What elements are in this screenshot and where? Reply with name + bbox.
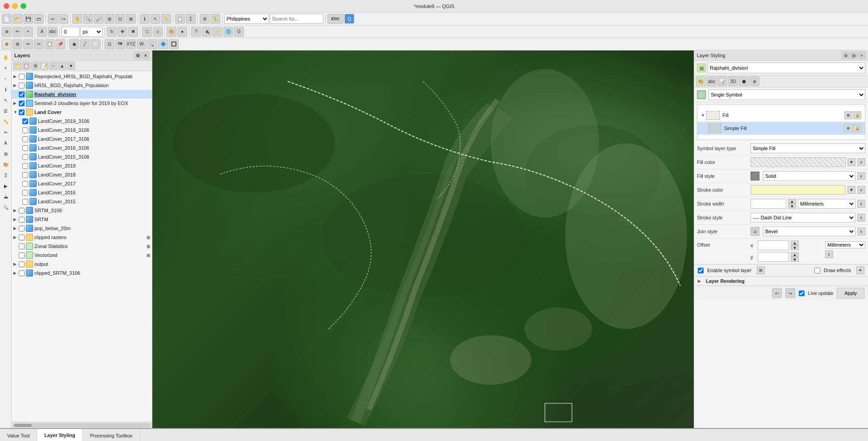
georef-icon[interactable]: ⊡ — [105, 39, 114, 49]
fill-color-expr-icon[interactable]: ε — [857, 158, 865, 166]
close-button[interactable] — [4, 3, 9, 9]
add-line-icon[interactable]: ╱ — [80, 39, 90, 49]
layer-item[interactable]: LandCover_2015 — [21, 197, 152, 206]
style-label-icon[interactable]: abc — [707, 76, 717, 86]
color-icon[interactable]: ● — [177, 27, 187, 37]
wms-icon[interactable]: W — [137, 39, 147, 49]
annotation-icon[interactable]: abc — [48, 27, 58, 37]
qgis-icon[interactable]: Q — [344, 14, 354, 24]
web-icon[interactable]: 🌐 — [223, 27, 233, 37]
style-lock-icon[interactable]: 🔒 — [853, 111, 861, 119]
edc-icon[interactable]: EDC — [327, 14, 344, 24]
paste-icon[interactable]: 📌 — [55, 39, 65, 49]
identify-tool[interactable]: ℹ — [1, 84, 11, 94]
save-project-icon[interactable]: 💾 — [23, 14, 33, 24]
layer-checkbox[interactable] — [19, 244, 25, 249]
zoom-out-icon[interactable]: 🔎 — [94, 14, 104, 24]
layer-checkbox[interactable] — [19, 217, 25, 223]
snapping-icon[interactable]: ⊕ — [2, 39, 12, 49]
layer-visibility-icon[interactable]: ⊞ — [147, 244, 150, 249]
y-offset-input[interactable]: 0.000000 — [758, 252, 789, 262]
maximize-button[interactable] — [21, 3, 26, 9]
form-tool[interactable]: ⊞ — [1, 149, 11, 159]
layer-item[interactable]: LandCover_2018_3106 — [21, 126, 152, 134]
layer-item[interactable]: LandCover_2018 — [21, 170, 152, 179]
redo-icon[interactable]: ↪ — [59, 14, 68, 24]
layer-checkbox[interactable] — [22, 154, 28, 160]
processing-icon[interactable]: ⚙ — [200, 14, 210, 24]
layer-item[interactable]: ▶ SRTM — [12, 215, 152, 224]
layer-item[interactable]: ▶ Sentinel-2 cloudless layer for 2019 by… — [12, 99, 152, 108]
layer-checkbox[interactable] — [19, 226, 25, 231]
cut-icon[interactable]: ✂ — [34, 39, 44, 49]
digitize-icon[interactable]: ✏ — [13, 27, 22, 37]
offset-unit-dropdown[interactable]: Millimeters Pixels — [825, 241, 865, 248]
zoom-layer-icon[interactable]: ⊡ — [115, 14, 125, 24]
fill-style-expr-icon[interactable]: ε — [857, 172, 865, 180]
edit-icon[interactable]: ✏ — [23, 39, 33, 49]
measure-icon[interactable]: 📏 — [161, 14, 171, 24]
style-option-icon[interactable]: ⊕ — [844, 111, 852, 119]
plugins2-icon[interactable]: ⚡ — [213, 27, 222, 37]
xyz-icon[interactable]: XYZ — [126, 39, 136, 49]
layer-item[interactable]: Vectorized ⊞ — [12, 251, 152, 260]
fill-color-options-icon[interactable]: ▼ — [847, 158, 855, 166]
layer-checkbox[interactable] — [19, 208, 25, 214]
field-calc-icon[interactable]: Σ — [186, 14, 196, 24]
stroke-width-expr-icon[interactable]: ε — [857, 200, 865, 208]
layer-item[interactable]: ▶ clipped_SRTM_3106 — [12, 269, 152, 277]
stroke-width-input[interactable]: 0.460000 — [751, 199, 786, 209]
layer-item[interactable]: ▶ Reprojected_HRSL_BGD_Rajshahi_Populati — [12, 72, 152, 81]
expand-arrow[interactable]: ▶ — [13, 101, 19, 105]
layer-checkbox[interactable] — [22, 181, 28, 187]
manage-source-icon[interactable]: 📋 — [22, 62, 30, 70]
raster-icon[interactable]: 🔲 — [169, 39, 179, 49]
select-icon[interactable]: ↖ — [151, 14, 160, 24]
layer-item[interactable]: LandCover_2016 — [21, 188, 152, 197]
animation-tool[interactable]: ▶ — [1, 181, 11, 191]
style-option2-icon[interactable]: ⊕ — [844, 124, 852, 132]
layer-item[interactable]: LandCover_2019 — [21, 161, 152, 170]
python-icon[interactable]: 🐍 — [210, 14, 220, 24]
layer-item[interactable]: LandCover_2019_3106 — [21, 117, 152, 126]
expand-arrow[interactable]: ▶ — [13, 235, 19, 239]
layer-checkbox[interactable] — [22, 172, 28, 178]
layer-checkbox[interactable] — [19, 252, 25, 258]
symbol-layer-type-dropdown[interactable]: Simple Fill — [751, 143, 865, 153]
expand-arrow[interactable]: ▶ — [13, 83, 19, 88]
zoom-out-tool[interactable]: − — [1, 74, 11, 84]
open-project-icon[interactable]: 📂 — [13, 14, 22, 24]
search-input[interactable] — [270, 14, 323, 24]
draw-effects-checkbox[interactable] — [814, 268, 820, 273]
processing-toolbox-tab[interactable]: Processing Toolbox — [83, 429, 140, 441]
live-update-checkbox[interactable] — [799, 290, 805, 296]
layer-item[interactable]: LandCover_2017 — [21, 179, 152, 188]
pan-tool[interactable]: ✋ — [1, 52, 11, 62]
symbol-layer-options-icon[interactable]: ⊞ — [757, 266, 765, 274]
fill-expand-arrow[interactable]: ▼ — [701, 113, 706, 118]
remove-layer-icon[interactable]: − — [49, 62, 57, 70]
attribute-table-icon[interactable]: 📋 — [175, 14, 185, 24]
add-point-icon[interactable]: ◉ — [69, 39, 79, 49]
style-lock2-icon[interactable]: 🔒 — [853, 124, 861, 132]
x-offset-input[interactable]: 0.000000 — [758, 240, 789, 250]
redo-style-icon[interactable]: ↪ — [785, 288, 795, 298]
styling-float-icon[interactable]: ⊞ — [850, 52, 857, 59]
draw-effects-icon[interactable]: ✦ — [856, 266, 864, 274]
y-offset-up-icon[interactable]: ▲ — [791, 252, 799, 257]
filter-layer-icon[interactable]: ⚙ — [31, 62, 39, 70]
stroke-color-swatch[interactable] — [751, 185, 846, 195]
layer-item[interactable]: ▶ clipped rasters ⊞ — [12, 233, 152, 242]
label-tool[interactable]: A — [1, 138, 11, 148]
styling-settings-icon[interactable]: ⚙ — [842, 52, 849, 59]
measure-tool[interactable]: 📏 — [1, 117, 11, 126]
layer-item[interactable]: ▶ pop_below_20m — [12, 224, 152, 233]
layer-checkbox[interactable] — [22, 199, 28, 205]
layer-item[interactable]: Rajshahi_division — [12, 90, 152, 99]
layer-item[interactable]: LandCover_2016_3106 — [21, 143, 152, 152]
layer-item[interactable]: ▶ SRTM_3106 — [12, 206, 152, 215]
layer-checkbox[interactable] — [22, 145, 28, 151]
annotate-tool[interactable]: ✏ — [1, 127, 11, 137]
style-3d-icon[interactable]: 3D — [728, 76, 738, 86]
polygon-tool-icon[interactable]: ⬡ — [142, 27, 152, 37]
